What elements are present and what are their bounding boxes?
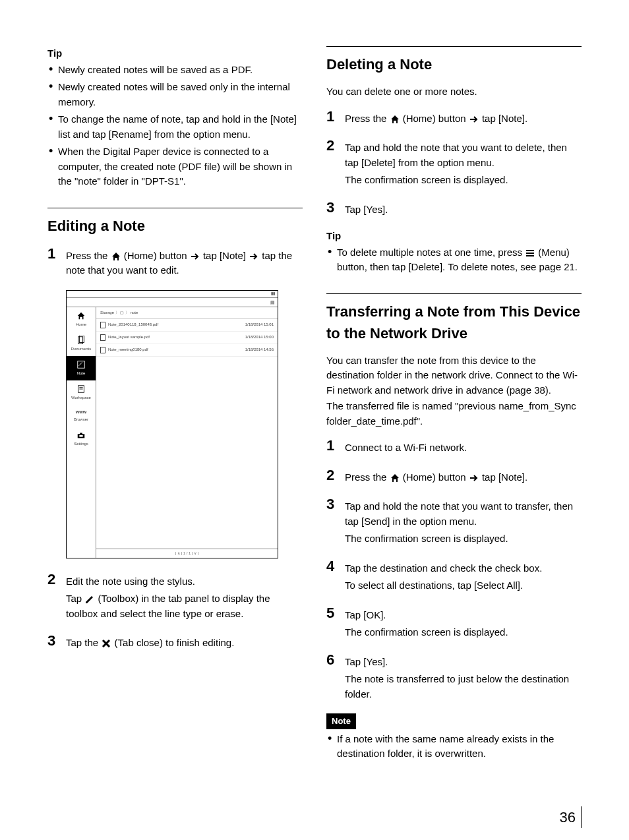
tip-heading: Tip xyxy=(326,229,582,244)
svg-rect-7 xyxy=(80,433,82,435)
tip-item: When the Digital Paper device is connect… xyxy=(47,144,303,189)
text: Connect to a Wi-Fi network. xyxy=(345,440,582,456)
sidebar-documents: Documents xyxy=(67,332,96,356)
text: (Toolbox) in the tab panel to display th… xyxy=(66,593,270,619)
tip-list: Newly created notes will be saved as a P… xyxy=(47,63,303,189)
home-icon xyxy=(390,473,400,483)
sidebar-note: Note xyxy=(67,356,96,380)
file-row: Note_meeting0180.pdf 1/18/2014 14:56 xyxy=(96,344,278,357)
arrow-right-icon xyxy=(469,114,479,125)
text: Press the xyxy=(345,113,390,124)
tip-item: Newly created notes will be saved only i… xyxy=(47,80,303,109)
text: To delete multiple notes at one time, pr… xyxy=(337,247,525,258)
transferring-step-3: 3 Tap and hold the note that you want to… xyxy=(326,496,582,549)
device-sidebar: Home Documents Note Workspace xyxy=(67,307,96,558)
sidebar-settings: Settings xyxy=(67,427,96,451)
editing-step-1: 1 Press the (Home) button tap [Note] tap… xyxy=(47,246,303,281)
note-list: If a note with the same name already exi… xyxy=(326,732,582,762)
text: Tap and hold the note that you want to t… xyxy=(345,499,582,529)
transferring-step-4: 4 Tap the destination and check the chec… xyxy=(326,558,582,596)
text: Tap [Yes]. xyxy=(345,202,582,218)
transferring-step-1: 1 Connect to a Wi-Fi network. xyxy=(326,438,582,458)
text: Press the xyxy=(345,471,390,483)
text: Edit the note using the stylus. xyxy=(66,574,303,589)
text: The note is transferred to just below th… xyxy=(345,672,582,702)
device-pager: | ∧ | 1 / 1 | ∨ | xyxy=(96,549,278,558)
file-row: Note_layout sample.pdf 1/18/2014 15:00 xyxy=(96,332,278,344)
step-number: 4 xyxy=(326,558,345,574)
deleting-step-3: 3 Tap [Yes]. xyxy=(326,200,582,220)
text: Press the xyxy=(66,250,111,261)
editing-step-2: 2 Edit the note using the stylus. Tap (T… xyxy=(47,572,303,624)
note-badge: Note xyxy=(326,713,356,729)
step-number: 1 xyxy=(47,246,66,262)
step-body: Edit the note using the stylus. Tap (Too… xyxy=(66,572,303,624)
step-number: 5 xyxy=(326,605,345,621)
arrow-right-icon xyxy=(190,251,200,262)
tip-item: Newly created notes will be saved as a P… xyxy=(47,63,303,78)
text: tap [Note]. xyxy=(482,113,527,124)
tip-list: To delete multiple notes at one time, pr… xyxy=(326,245,582,275)
step-number: 1 xyxy=(326,109,345,125)
section-divider xyxy=(326,46,582,47)
deleting-intro: You can delete one or more notes. xyxy=(326,84,582,100)
transferring-intro: You can transfer the note from this devi… xyxy=(326,353,582,398)
section-divider xyxy=(326,293,582,294)
svg-rect-8 xyxy=(79,435,82,437)
tip-item: To delete multiple notes at one time, pr… xyxy=(326,245,582,275)
tab-bar: ▤ xyxy=(67,298,278,307)
home-icon xyxy=(390,114,400,125)
text: The confirmation screen is displayed. xyxy=(345,173,582,188)
step-body: Press the (Home) button tap [Note] tap t… xyxy=(66,246,303,281)
text: (Tab close) to finish editing. xyxy=(115,637,235,648)
tip-item: To change the name of note, tap and hold… xyxy=(47,112,303,142)
text: Tap xyxy=(66,593,84,604)
text: tap [Note] xyxy=(203,250,249,261)
sidebar-workspace: Workspace xyxy=(67,380,96,405)
text: Tap the xyxy=(66,637,101,648)
svg-rect-2 xyxy=(78,361,85,368)
transferring-step-6: 6 Tap [Yes]. The note is transferred to … xyxy=(326,652,582,705)
deleting-step-1: 1 Press the (Home) button tap [Note]. xyxy=(326,109,582,129)
arrow-right-icon xyxy=(249,251,259,262)
transferring-step-2: 2 Press the (Home) button tap [Note]. xyxy=(326,467,582,488)
text: The confirmation screen is displayed. xyxy=(345,531,582,547)
step-number: 3 xyxy=(326,200,345,216)
page-columns: Tip Newly created notes will be saved as… xyxy=(47,46,582,780)
sidebar-browser: www Browser xyxy=(67,405,96,427)
transferring-heading: Transferring a Note from This Device to … xyxy=(326,301,582,344)
file-row: Note_20140118_150043.pdf 1/18/2014 15:01 xyxy=(96,319,278,332)
text: tap [Note]. xyxy=(482,471,527,483)
editing-heading: Editing a Note xyxy=(47,215,303,237)
text: (Home) button xyxy=(124,250,190,261)
menu-icon xyxy=(525,248,535,258)
step-number: 6 xyxy=(326,652,345,668)
deleting-step-2: 2 Tap and hold the note that you want to… xyxy=(326,138,582,191)
sidebar-home: Home xyxy=(67,307,96,332)
text: Tap and hold the note that you want to d… xyxy=(345,140,582,170)
tip-heading: Tip xyxy=(47,46,303,61)
note-item: If a note with the same name already exi… xyxy=(326,732,582,762)
page-number: 36 xyxy=(47,806,582,828)
device-content: Storage 〉 ▢ 〉 note Note_20140118_150043.… xyxy=(96,307,278,558)
text: Tap [Yes]. xyxy=(345,655,582,670)
status-bar: ▮▮ xyxy=(67,291,278,298)
device-breadcrumb: Storage 〉 ▢ 〉 note xyxy=(96,307,278,319)
step-body: Tap the (Tab close) to finish editing. xyxy=(66,633,303,653)
arrow-right-icon xyxy=(469,473,479,483)
left-column: Tip Newly created notes will be saved as… xyxy=(47,46,303,780)
text: Tap [OK]. xyxy=(345,608,582,623)
section-divider xyxy=(47,208,303,208)
step-number: 1 xyxy=(326,438,345,454)
deleting-heading: Deleting a Note xyxy=(326,53,582,75)
step-number: 2 xyxy=(47,572,66,587)
text: The confirmation screen is displayed. xyxy=(345,625,582,640)
pencil-icon xyxy=(84,594,95,605)
text: (Home) button xyxy=(403,113,469,124)
step-number: 2 xyxy=(326,467,345,483)
text: To select all destinations, tap [Select … xyxy=(345,578,582,593)
home-icon xyxy=(111,251,121,262)
step-number: 3 xyxy=(326,496,345,512)
text: Tap the destination and check the check … xyxy=(345,561,582,576)
transferring-step-5: 5 Tap [OK]. The confirmation screen is d… xyxy=(326,605,582,643)
